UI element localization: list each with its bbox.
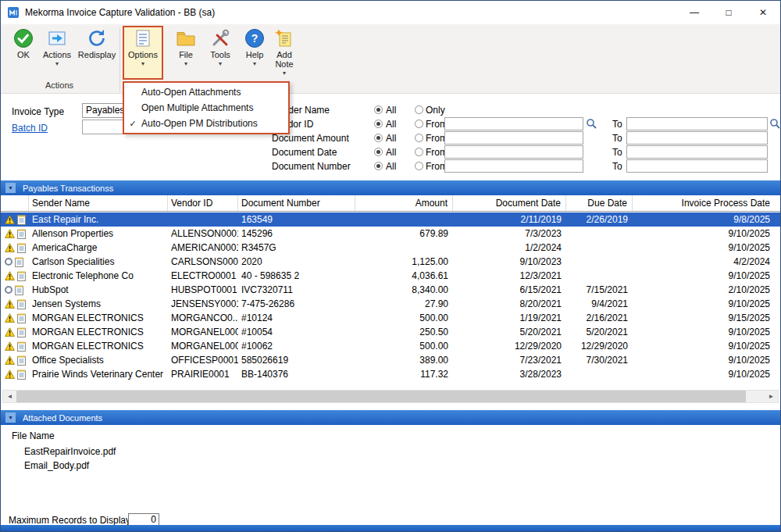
radio-all[interactable] (374, 134, 383, 142)
minimize-button[interactable]: — (677, 1, 711, 24)
note-icon[interactable] (17, 327, 26, 337)
column-header[interactable]: Invoice Process Date (633, 195, 776, 211)
note-icon[interactable] (17, 313, 26, 323)
note-icon[interactable] (15, 257, 23, 267)
note-icon[interactable] (17, 215, 26, 225)
from-field[interactable] (444, 117, 583, 130)
options-button[interactable]: Options ▾ (123, 26, 163, 80)
from-field[interactable] (444, 159, 583, 173)
list-item[interactable]: EastRepairInvoice.pdf (24, 445, 116, 459)
lookup-icon[interactable] (769, 118, 781, 130)
actions-button[interactable]: Actions ▾ (40, 27, 74, 67)
cell-amount: 389.00 (355, 355, 453, 366)
radio-all[interactable] (374, 120, 383, 128)
menu-item[interactable]: ✓ Auto-Open PM Distributions (124, 116, 288, 131)
scrollbar-thumb[interactable] (16, 391, 746, 402)
radio-all[interactable] (374, 105, 383, 114)
menu-item-label: Auto-Open Attachments (141, 87, 241, 98)
table-row[interactable]: Prairie Winds Veterinary Center PRAIRIE0… (1, 367, 780, 381)
to-field[interactable] (626, 145, 768, 159)
table-row[interactable]: East Repair Inc. 163549 2/11/2019 2/26/2… (1, 212, 780, 227)
note-icon[interactable] (15, 285, 23, 295)
maximize-icon: □ (726, 7, 731, 18)
collapse-icon[interactable]: ▾ (5, 412, 16, 423)
actions-icon (47, 28, 67, 48)
note-icon[interactable] (17, 299, 26, 309)
note-icon[interactable] (17, 229, 26, 239)
cell-vendor-id: ELECTRO0001 (168, 270, 238, 281)
table-row[interactable]: Electronic Telephone Co ELECTRO0001 40 -… (1, 269, 780, 283)
note-icon[interactable] (17, 271, 26, 281)
menu-item[interactable]: Open Multiple Attachments (124, 100, 288, 116)
ok-button[interactable]: OK (9, 27, 38, 59)
horizontal-scrollbar[interactable]: ◄ ► (2, 390, 779, 403)
status-circle-icon (5, 258, 12, 266)
file-button[interactable]: File ▾ (169, 27, 202, 67)
table-row[interactable]: MORGAN ELECTRONICS MORGANEL0007 #10054 2… (1, 325, 780, 339)
cell-due-date: 7/30/2021 (566, 355, 633, 366)
filter-row: Document Amount All From: To (1, 131, 780, 145)
radio-all[interactable] (374, 162, 383, 170)
note-icon[interactable] (17, 355, 26, 366)
toolbar-group-label: Actions (1, 80, 118, 90)
note-icon[interactable] (17, 243, 26, 253)
cell-invoice-process-date: 2/10/2025 (633, 284, 776, 295)
maximize-button[interactable]: □ (711, 1, 746, 24)
menu-item[interactable]: Auto-Open Attachments (124, 84, 288, 100)
to-field[interactable] (626, 117, 768, 130)
cell-document-number: 585026619 (238, 355, 355, 366)
to-field[interactable] (626, 131, 768, 145)
add-note-button[interactable]: Add Note ▾ (269, 27, 299, 77)
cell-document-number: #10054 (238, 327, 355, 337)
close-button[interactable]: ✕ (746, 1, 780, 24)
collapse-icon[interactable]: ▾ (5, 183, 16, 193)
radio-from[interactable] (415, 134, 423, 142)
lookup-icon[interactable] (586, 118, 597, 130)
column-header[interactable]: Document Number (238, 195, 355, 211)
help-button[interactable]: ? Help ▾ (240, 27, 269, 67)
tools-button[interactable]: Tools ▾ (204, 27, 237, 67)
cell-vendor-id: ALLENSON0001 (168, 228, 238, 239)
radio-from[interactable] (415, 162, 423, 170)
table-row[interactable]: Carlson Specialities CARLSONS0001 2020 1… (1, 255, 780, 269)
table-row[interactable]: Jensen Systems JENSENSY0001 7-475-26286 … (1, 297, 780, 311)
radio-from[interactable] (415, 148, 423, 156)
chevron-down-icon: ▾ (55, 60, 59, 67)
cell-vendor-id: OFFICESP0001 (168, 355, 238, 366)
redisplay-button[interactable]: Redisplay (76, 27, 118, 59)
cell-document-number: #10124 (238, 312, 355, 323)
help-icon: ? (244, 28, 265, 48)
scroll-left-icon[interactable]: ◄ (3, 391, 16, 402)
row-icons (1, 299, 29, 309)
note-icon[interactable] (17, 370, 26, 380)
note-icon[interactable] (17, 341, 26, 352)
cell-document-number: 40 - 598635 2 (238, 270, 355, 281)
to-field[interactable] (626, 159, 768, 173)
from-field[interactable] (444, 145, 583, 159)
table-row[interactable]: MORGAN ELECTRONICS MORGANCO0... #10124 5… (1, 311, 780, 325)
table-row[interactable]: Allenson Properties ALLENSON0001 145296 … (1, 227, 780, 241)
table-row[interactable]: MORGAN ELECTRONICS MORGANEL0007 #10062 5… (1, 339, 780, 353)
cell-document-date: 12/29/2020 (453, 341, 566, 352)
column-header[interactable]: Vendor ID (168, 195, 238, 211)
add-note-icon (274, 28, 294, 48)
radio-from[interactable] (415, 105, 423, 114)
column-header[interactable]: Amount (355, 195, 453, 211)
chevron-down-icon: ▾ (141, 60, 144, 67)
cell-document-number: R3457G (238, 242, 355, 253)
table-row[interactable]: AmericaCharge AMERICAN0001 R3457G 1/2/20… (1, 241, 780, 255)
column-header[interactable]: Due Date (566, 195, 633, 211)
table-row[interactable]: Office Specialists OFFICESP0001 58502661… (1, 353, 780, 367)
from-field[interactable] (444, 131, 583, 145)
radio-all[interactable] (374, 148, 383, 156)
column-header[interactable]: Document Date (453, 195, 566, 211)
column-header-spacer (1, 195, 29, 211)
scroll-right-icon[interactable]: ► (765, 391, 778, 402)
radio-from[interactable] (415, 120, 423, 128)
column-header[interactable]: Sender Name (29, 195, 168, 211)
cell-sender-name: East Repair Inc. (29, 214, 168, 225)
list-item[interactable]: Email_Body.pdf (24, 459, 116, 473)
radio-all-label: All (386, 103, 396, 117)
redisplay-icon (87, 28, 107, 48)
table-row[interactable]: HubSpot HUBSPOT0001 IVC7320711 8,340.00 … (1, 283, 780, 297)
